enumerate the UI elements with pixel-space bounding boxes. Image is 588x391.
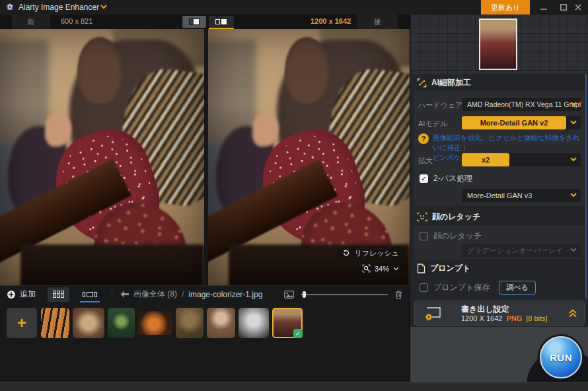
app-window: Aiarty Image Enhancer 更新あり 前 600 x 821 1… — [0, 0, 588, 391]
thumbnail-tiger[interactable] — [41, 308, 69, 338]
section-prompt-header: プロンプト — [410, 262, 588, 275]
scale-dropdown[interactable]: x2 — [462, 153, 581, 166]
update-available-button[interactable]: 更新あり — [481, 0, 530, 15]
thumbnail-forest-jar[interactable] — [108, 308, 135, 338]
gradient-overlay-dropdown[interactable]: グラデーションオーバーレイ — [462, 244, 581, 257]
zoom-caret-icon — [393, 267, 399, 271]
prompt-save-row: プロンプト保存 調べる — [420, 281, 536, 295]
breadcrumb-all-images[interactable]: 画像全体 (8) — [133, 289, 177, 300]
section-ai-detail-title: AI細部加工 — [431, 77, 471, 89]
face-retouch-checkbox-row[interactable]: 顔のレタッチ — [420, 231, 482, 242]
section-ai-detail-header: AI細部加工 — [410, 76, 588, 90]
thumbnail-size-slider[interactable] — [301, 291, 388, 299]
navigator-thumbnail[interactable] — [479, 18, 517, 70]
examine-button[interactable]: 調べる — [499, 281, 536, 295]
export-title: 書き出し設定 — [461, 304, 509, 315]
add-images-button[interactable]: 追加 — [7, 289, 36, 300]
slider-track — [301, 294, 388, 295]
section-face-header: 顔のレタッチ — [410, 210, 588, 224]
thumbnail-size-icon — [284, 291, 294, 299]
export-format: PNG — [506, 314, 522, 322]
two-pass-checkbox[interactable]: ✓ — [420, 174, 428, 183]
scale-value: x2 — [462, 153, 509, 166]
export-size: 1200 X 1642 — [461, 314, 502, 322]
slider-handle[interactable] — [303, 291, 306, 298]
bottom-toolbar: 追加 画像全体 (8) / image-colorizer-1.jpg — [0, 285, 410, 302]
toolbar-divider — [112, 290, 112, 299]
after-tab[interactable]: 後 — [357, 15, 398, 29]
filmstrip-view-button[interactable] — [77, 287, 102, 302]
slider-view-button[interactable] — [209, 16, 234, 28]
scale-label: 拡大 — [418, 156, 433, 166]
export-bits: [8 bits] — [526, 314, 547, 322]
export-settings-bar[interactable]: 書き出し設定 1200 X 1642 PNG [8 bits] — [414, 301, 585, 326]
thumbnail-strip: + ✓ — [0, 302, 410, 382]
app-logo-icon — [5, 2, 15, 13]
chevron-down-icon — [570, 102, 577, 106]
sidebar-scrollbar[interactable] — [585, 74, 587, 299]
app-title: Aiarty Image Enhancer — [18, 3, 99, 12]
status-bar — [0, 382, 588, 391]
thumbnail-burger[interactable] — [138, 311, 172, 335]
two-pass-label: 2-パス処理 — [433, 173, 472, 184]
prompt-document-icon — [417, 264, 425, 273]
run-panel: RUN — [410, 327, 588, 382]
add-icon — [7, 290, 16, 299]
trash-icon[interactable] — [394, 290, 403, 299]
thumbnail-couple-selected[interactable]: ✓ — [272, 308, 303, 338]
zoom-control[interactable]: 34% — [357, 262, 404, 275]
chevron-down-icon — [570, 120, 577, 125]
ai-detail-panel: ハードウェア AMD Radeon(TM) RX Vega 11 Graphic… — [414, 91, 585, 206]
face-retouch-icon — [417, 212, 427, 222]
refresh-label: リフレッシュ — [354, 248, 399, 258]
face-panel: 顔のレタッチ グラデーションオーバーレイ — [414, 225, 585, 260]
after-size-label: 1200 x 1642 — [311, 17, 351, 25]
ai-model-dropdown[interactable]: More-Detail GAN v2 — [462, 116, 581, 129]
thumbnail-child-bw[interactable] — [239, 308, 269, 338]
zoom-value: 34% — [375, 265, 389, 273]
titlebar: Aiarty Image Enhancer 更新あり — [0, 0, 588, 15]
before-tab[interactable]: 前 — [12, 15, 50, 29]
preview-header: 前 600 x 821 1200 x 1642 後 — [0, 15, 410, 29]
app-menu-caret-icon[interactable] — [100, 5, 107, 9]
thumbnail-butterfly[interactable] — [73, 308, 104, 338]
thumbnail-dog[interactable] — [176, 308, 203, 338]
filmstrip-view-icon — [83, 292, 97, 297]
section-face-title: 顔のレタッチ — [432, 211, 480, 223]
back-arrow-icon[interactable] — [120, 291, 129, 298]
model-hint-line1: 画像細部を強化。ピクセルと微細な特徴をきれいに補正！ — [433, 133, 582, 153]
two-pass-model-dropdown[interactable]: More-Detail GAN v3 — [462, 189, 581, 202]
grid-view-button[interactable] — [48, 287, 69, 302]
breadcrumb: 画像全体 (8) / image-colorizer-1.jpg — [120, 289, 262, 300]
face-retouch-checkbox[interactable] — [420, 232, 428, 240]
help-icon[interactable]: ? — [418, 133, 429, 144]
hardware-dropdown[interactable]: AMD Radeon(TM) RX Vega 11 Graphics — [462, 98, 581, 111]
selected-check-icon: ✓ — [293, 329, 303, 338]
add-label: 追加 — [20, 289, 36, 300]
chevron-down-icon — [570, 193, 577, 197]
export-values: 1200 X 1642 PNG [8 bits] — [461, 314, 548, 322]
prompt-save-checkbox[interactable] — [420, 283, 428, 292]
enlarge-icon — [417, 78, 427, 88]
chevron-down-icon — [570, 248, 577, 252]
minimize-button[interactable] — [535, 0, 552, 15]
before-image[interactable] — [0, 29, 204, 285]
split-view-icon — [189, 18, 200, 25]
two-pass-checkbox-row[interactable]: ✓ 2-パス処理 — [420, 173, 472, 184]
slider-view-icon — [215, 18, 227, 25]
close-button[interactable] — [570, 0, 587, 15]
run-button[interactable]: RUN — [540, 336, 582, 378]
zoom-icon — [362, 264, 371, 273]
ai-model-label: AIモデル — [418, 119, 447, 129]
after-image[interactable]: リフレッシュ 34% — [208, 29, 410, 285]
add-image-tile[interactable]: + — [7, 308, 37, 338]
refresh-button[interactable]: リフレッシュ — [337, 247, 404, 259]
refresh-icon — [342, 249, 350, 257]
hardware-label: ハードウェア — [418, 100, 462, 110]
face-retouch-label: 顔のレタッチ — [433, 231, 482, 242]
thumbnail-girl[interactable] — [207, 308, 235, 338]
prompt-save-label: プロンプト保存 — [433, 282, 490, 293]
navigator-panel — [410, 15, 588, 74]
split-view-button[interactable] — [182, 16, 206, 28]
collapse-chevrons-icon[interactable] — [568, 309, 577, 318]
